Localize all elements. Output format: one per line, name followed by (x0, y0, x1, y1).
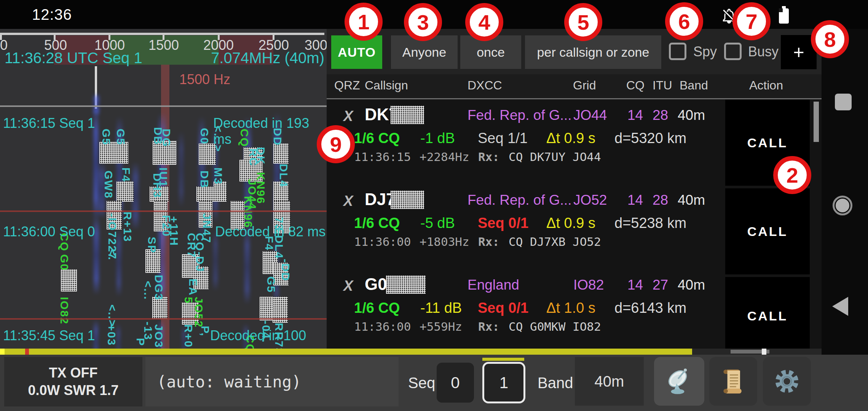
seq-1-button[interactable]: 1 (482, 362, 525, 403)
period-separator (0, 105, 327, 107)
rx-offset: +559Hz (420, 320, 462, 333)
annotation-circle-1: 1 (345, 3, 383, 41)
seq-1-timer-bar (482, 358, 524, 361)
cq-zone: 14 (627, 277, 643, 293)
log-button[interactable] (709, 357, 757, 406)
call-button[interactable]: CALL (725, 277, 810, 355)
waterfall-panel[interactable]: 0 500 1000 1500 2000 2500 3000 11:36:28 … (0, 29, 327, 355)
band-select[interactable]: 40m (575, 357, 644, 406)
recents-button[interactable] (835, 94, 852, 110)
col-header-qrz: QRZ (334, 78, 360, 92)
back-button[interactable] (832, 297, 848, 316)
tx-status-button[interactable]: TX OFF 0.0W SWR 1.7 (4, 357, 142, 406)
waterfall-decode-label: F4 (120, 167, 132, 182)
itu-zone: 27 (653, 277, 668, 293)
callsign-redacted (386, 276, 426, 294)
waterfall-decode-label: R+13 (121, 212, 134, 242)
waterfall-decode-label: M3 (212, 167, 225, 185)
sequence: Seq 0/1 (478, 215, 528, 231)
battery-icon (777, 6, 790, 24)
auto-status-box[interactable]: (auto: waiting) (145, 357, 399, 406)
antenna-button[interactable] (654, 357, 704, 406)
busy-checkbox[interactable] (724, 43, 742, 60)
tx-status-line1: TX OFF (49, 364, 98, 382)
spy-checkbox[interactable] (669, 43, 686, 60)
qrz-link[interactable]: X (343, 108, 353, 124)
period-separator-red (0, 318, 327, 320)
rx-label: Rx: (478, 150, 499, 164)
scroll-icon (718, 366, 749, 397)
progress-start-marker (0, 349, 5, 355)
section-time: 11:36:00 Seq 0 (3, 224, 95, 240)
android-nav-bar (822, 29, 868, 355)
waterfall-decode-label: +11H (168, 216, 180, 246)
grid: JO52 (573, 192, 607, 208)
waterfall-decode-label: G5 (265, 276, 278, 293)
waterfall-decode-label: DK (254, 147, 267, 165)
period-progress-fill (0, 349, 692, 355)
sequence: Seq 0/1 (478, 300, 528, 316)
message-count: 1/6 CQ (354, 300, 400, 316)
waterfall-decode-label: <. (106, 249, 119, 261)
snr: -1 dB (420, 130, 455, 147)
col-header-itu: ITU (653, 78, 672, 92)
busy-label: Busy (748, 43, 779, 61)
call-button[interactable]: CALL (725, 188, 810, 274)
waterfall-decode-label: G5 (114, 129, 127, 145)
list-scrollbar[interactable] (814, 102, 819, 142)
gear-icon (771, 365, 803, 398)
cq-zone: 14 (627, 192, 643, 208)
seq-0-button[interactable]: 0 (437, 363, 474, 403)
waterfall-decode-label: KN96 (254, 172, 267, 204)
period-separator-red (0, 210, 327, 212)
annotation-circle-9: 9 (317, 125, 355, 163)
band-label: Band (538, 367, 573, 399)
reply-mode-dropdown[interactable]: per callsign or zone (525, 35, 661, 69)
col-header-band: Band (680, 78, 708, 92)
waterfall-decode-label: DG3 (152, 275, 165, 301)
distance: d=5320 km (614, 130, 686, 147)
rx-message: CQ G0MKW IO82 (509, 320, 601, 333)
annotation-circle-8: 8 (811, 20, 849, 58)
satellite-dish-icon (663, 365, 696, 398)
clock: 12:36 (32, 6, 72, 23)
col-header-grid: Grid (573, 78, 596, 92)
annotation-circle-4: 4 (465, 3, 503, 41)
reply-times-dropdown[interactable]: once (460, 35, 521, 69)
decode-list-panel: AUTO Anyone once per callsign or zone Sp… (327, 29, 822, 355)
section-time: 11:36:15 Seq 1 (3, 115, 95, 131)
tx-status-line2: 0.0W SWR 1.7 (28, 382, 118, 399)
time-delta: Δt 0.9 s (546, 130, 595, 147)
cq-zone: 14 (627, 107, 643, 123)
distance: d=6143 km (614, 300, 686, 316)
waterfall-decode-label: G5 (100, 129, 113, 145)
callsign-redacted (391, 191, 424, 209)
waterfall-decode-label: P, (199, 326, 212, 336)
rx-label: Rx: (478, 235, 499, 249)
snr: -11 dB (420, 300, 462, 316)
progress-red-marker (25, 349, 29, 355)
settings-button[interactable] (763, 357, 811, 406)
home-button[interactable] (833, 196, 852, 215)
header-divider (327, 98, 822, 99)
rx-time: 11:36:15 (354, 150, 411, 164)
waterfall-decode-label: DL4 (277, 164, 290, 188)
waterfall-decode-label: DB (198, 170, 211, 188)
grid: IO82 (573, 277, 604, 293)
waterfall-decode-label: SP (145, 237, 158, 253)
waterfall-decode-label: DH3 (151, 173, 164, 198)
decode-status: Decoded in 82 ms (215, 224, 326, 240)
progress-white-marker (762, 349, 766, 355)
qrz-link[interactable]: X (343, 193, 353, 209)
rx-message: CQ DK7UY JO44 (509, 150, 601, 164)
auto-button[interactable]: AUTO (331, 35, 382, 69)
callsign-redacted (391, 106, 424, 124)
callsign: G0 (365, 275, 387, 294)
qrz-link[interactable]: X (343, 278, 353, 294)
waterfall-signals: G5G5DBDGG0<...>CQRCDKJO44KN96DDDL4GW8F4I… (0, 29, 327, 355)
bottom-toolbar: TX OFF 0.0W SWR 1.7 (auto: waiting) Seq … (0, 355, 868, 411)
waterfall-decode-label: +03 (105, 324, 118, 346)
band: 40m (678, 107, 705, 123)
seq-label: Seq (408, 367, 435, 399)
waterfall-decode-label: -DD (279, 259, 292, 281)
